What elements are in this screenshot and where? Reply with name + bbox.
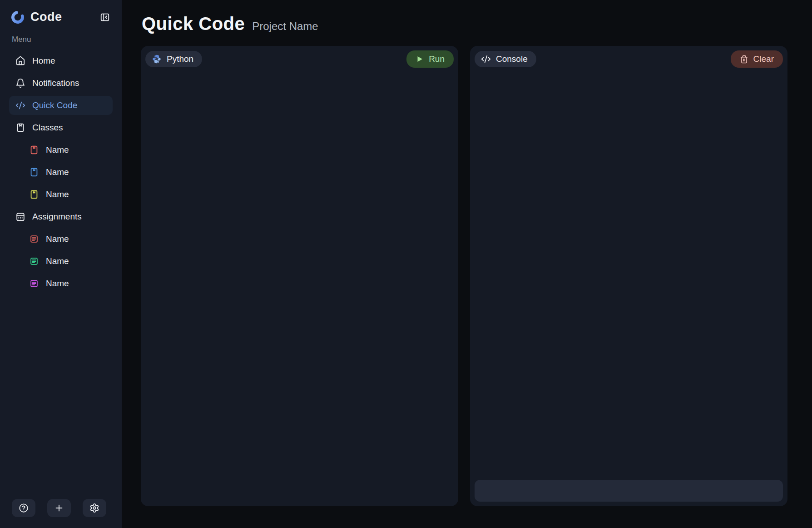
sidebar-item-label: Name <box>46 145 69 155</box>
console-panel: Console Clear <box>470 46 787 506</box>
help-button[interactable] <box>12 499 35 517</box>
settings-button[interactable] <box>83 499 106 517</box>
sidebar-item-label: Assignments <box>32 212 82 222</box>
language-badge-label: Python <box>167 54 193 64</box>
sidebar-item-label: Name <box>46 189 69 199</box>
page-header: Quick Code Project Name <box>142 14 787 34</box>
assignment-note-icon <box>29 234 39 244</box>
book-marked-icon <box>15 123 25 133</box>
sidebar-assignment-item[interactable]: Name <box>23 229 113 249</box>
class-book-icon <box>29 145 39 155</box>
sidebar-item-label: Notifications <box>32 78 79 88</box>
sidebar-item-label: Classes <box>32 123 63 133</box>
sidebar-item-classes[interactable]: Classes <box>9 118 113 137</box>
help-icon <box>19 503 29 513</box>
menu-section-label: Menu <box>12 35 110 44</box>
language-badge: Python <box>145 51 202 67</box>
sidebar-item-label: Name <box>46 167 69 177</box>
sidebar-item-home[interactable]: Home <box>9 51 113 70</box>
class-book-icon <box>29 189 39 199</box>
class-book-icon <box>29 167 39 177</box>
brand-name: Code <box>30 10 93 24</box>
clear-console-button[interactable]: Clear <box>731 50 783 68</box>
sidebar-class-item[interactable]: Name <box>23 163 113 182</box>
collapse-sidebar-button[interactable] <box>99 11 111 23</box>
panel-collapse-icon <box>100 12 110 22</box>
page-title: Quick Code <box>142 14 245 34</box>
sidebar-item-label: Name <box>46 234 69 244</box>
calendar-icon <box>15 212 25 222</box>
sidebar-footer <box>9 499 113 517</box>
home-icon <box>15 56 25 66</box>
main-content: Quick Code Project Name Python <box>122 0 812 528</box>
plus-icon <box>54 503 64 513</box>
sidebar-item-notifications[interactable]: Notifications <box>9 74 113 93</box>
trash-icon <box>740 55 748 64</box>
sidebar: Code Menu Home <box>0 0 122 528</box>
console-panel-header: Console Clear <box>475 50 783 68</box>
console-code-icon <box>481 54 491 64</box>
code-editor-area[interactable] <box>145 68 454 502</box>
run-button-label: Run <box>429 54 445 64</box>
sidebar-item-label: Name <box>46 256 69 266</box>
gear-icon <box>89 503 99 513</box>
sidebar-item-label: Quick Code <box>32 100 77 110</box>
sidebar-assignment-item[interactable]: Name <box>23 252 113 271</box>
add-button[interactable] <box>47 499 71 517</box>
console-badge-label: Console <box>496 54 528 64</box>
editor-panel: Python Run <box>141 46 458 506</box>
sidebar-class-item[interactable]: Name <box>23 140 113 159</box>
assignment-note-icon <box>29 256 39 266</box>
editor-panel-header: Python Run <box>145 50 454 68</box>
logo-row: Code <box>9 10 113 24</box>
run-button[interactable]: Run <box>406 50 454 68</box>
console-badge: Console <box>475 51 536 67</box>
play-icon <box>416 55 424 63</box>
app-window: Code Menu Home <box>0 0 812 528</box>
console-input[interactable] <box>475 480 783 502</box>
sidebar-class-item[interactable]: Name <box>23 185 113 204</box>
code-icon <box>15 100 25 110</box>
clear-button-label: Clear <box>753 54 774 64</box>
sidebar-nav: Home Notifications Quick Code <box>9 51 113 293</box>
bell-icon <box>15 78 25 88</box>
sidebar-assignment-item[interactable]: Name <box>23 274 113 293</box>
brand-spinner-icon <box>11 10 25 24</box>
python-icon <box>152 54 162 64</box>
project-name-subtitle: Project Name <box>252 20 318 33</box>
sidebar-item-label: Home <box>32 56 55 66</box>
assignment-note-icon <box>29 279 39 289</box>
console-output-area <box>475 68 783 480</box>
workspace-panels: Python Run <box>141 46 787 506</box>
sidebar-item-assignments[interactable]: Assignments <box>9 207 113 226</box>
sidebar-item-quick-code[interactable]: Quick Code <box>9 96 113 115</box>
sidebar-item-label: Name <box>46 279 69 289</box>
